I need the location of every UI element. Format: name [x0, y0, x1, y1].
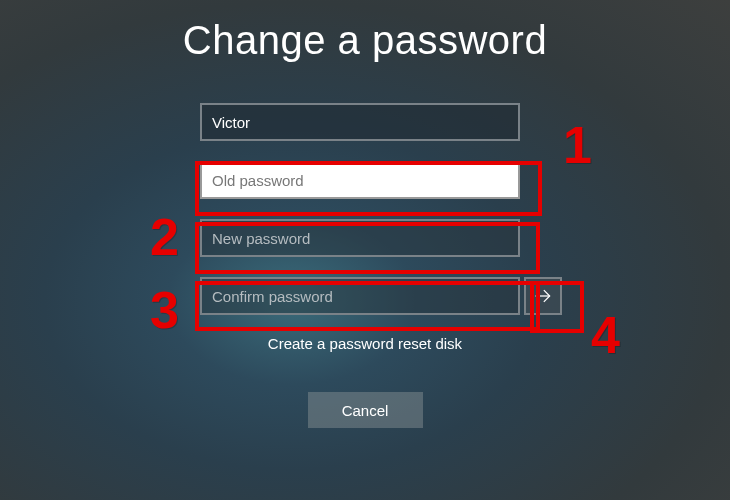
new-password-input[interactable]	[200, 219, 520, 257]
page-title: Change a password	[183, 18, 547, 63]
arrow-right-icon	[533, 286, 553, 306]
reset-disk-link[interactable]: Create a password reset disk	[200, 335, 530, 352]
username-field: Victor	[200, 103, 520, 141]
old-password-input[interactable]	[200, 161, 520, 199]
password-form: Victor Create a password reset disk	[200, 103, 530, 392]
username-value: Victor	[212, 114, 250, 131]
cancel-button[interactable]: Cancel	[308, 392, 423, 428]
submit-button[interactable]	[524, 277, 562, 315]
confirm-password-input[interactable]	[200, 277, 520, 315]
